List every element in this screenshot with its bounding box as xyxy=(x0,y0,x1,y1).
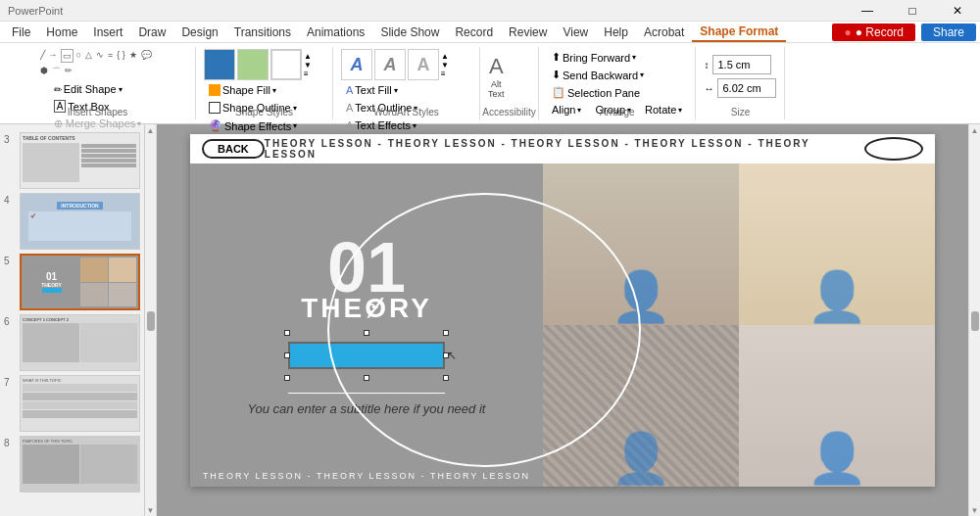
canvas-scrollbar[interactable]: ▲ ▼ xyxy=(968,124,980,516)
handle-tr[interactable] xyxy=(443,330,449,336)
selection-pane-button[interactable]: 📋 Selection Pane xyxy=(547,84,645,101)
handle-ml[interactable] xyxy=(284,352,290,358)
call-icon[interactable]: 💬 xyxy=(140,49,153,63)
maximize-button[interactable]: □ xyxy=(890,0,935,22)
slide-body: 01 THE⟳ØRY xyxy=(190,164,935,487)
handle-br[interactable] xyxy=(443,375,449,381)
ribbon: ╱ → ▭ ○ △ ∿ = { } ★ 💬 ⬢ ⌒ ✏ ✏ Edit Sha xyxy=(0,43,980,124)
shape-effects-button[interactable]: 🔮 Shape Effects ▾ xyxy=(204,117,302,134)
subtitle-text: You can enter a subtitle here if you nee… xyxy=(248,399,486,419)
bracket-icon[interactable]: { } xyxy=(116,49,126,63)
arrange-label: Arrange xyxy=(539,107,695,117)
shape-fill-button[interactable]: Shape Fill ▾ xyxy=(204,82,281,98)
record-button[interactable]: ● ● Record xyxy=(832,23,915,41)
canvas-scrollbar-thumb[interactable] xyxy=(971,311,979,331)
close-button[interactable]: ✕ xyxy=(935,0,980,22)
slide-panel: 3 TABLE OF CONTENTS xyxy=(0,124,145,516)
wordart-a3[interactable]: A xyxy=(408,49,439,80)
accessibility-label: Accessibility xyxy=(480,107,538,117)
size-group: ↕ ↔ Size xyxy=(696,47,785,119)
menu-draw[interactable]: Draw xyxy=(130,23,173,41)
insert-shapes-label: Insert Shapes xyxy=(0,107,195,117)
menu-home[interactable]: Home xyxy=(38,23,85,41)
menu-animations[interactable]: Animations xyxy=(299,23,372,41)
slide-thumb-4[interactable]: 4 INTRODUCTION 🚀 xyxy=(4,193,140,250)
menu-help[interactable]: Help xyxy=(596,23,636,41)
slide-header: BACK THEORY LESSON - THEORY LESSON - THE… xyxy=(190,134,935,164)
photo-3: 👤 xyxy=(543,325,739,487)
alt-text-button[interactable]: A Alt Text xyxy=(488,49,505,104)
wordart-a2[interactable]: A xyxy=(374,49,406,80)
menu-slideshow[interactable]: Slide Show xyxy=(372,23,447,41)
width-input[interactable] xyxy=(717,78,776,98)
tri-icon[interactable]: △ xyxy=(84,49,93,63)
curve-icon[interactable]: ∿ xyxy=(95,49,105,63)
style-swatch-1[interactable] xyxy=(204,49,235,80)
share-button[interactable]: Share xyxy=(921,23,976,41)
menu-review[interactable]: Review xyxy=(501,23,555,41)
slide-thumb-7[interactable]: 7 WHAT IS THIS TOPIC xyxy=(4,375,140,432)
cursor-indicator: ↖ xyxy=(447,349,457,362)
slide-thumb-5[interactable]: 5 01 THEORY xyxy=(4,254,140,310)
slide-right-photos: 👤 👤 👤 xyxy=(543,164,935,487)
rect-icon[interactable]: ▭ xyxy=(61,49,74,63)
height-input[interactable] xyxy=(712,55,771,74)
scrollbar-thumb[interactable] xyxy=(147,311,155,331)
menu-record[interactable]: Record xyxy=(447,23,501,41)
bottom-text: THEORY LESSON - THEORY LESSON - THEORY L… xyxy=(190,471,543,481)
selected-blue-box-container[interactable]: ↖ xyxy=(288,334,445,377)
arrow-icon[interactable]: → xyxy=(48,49,59,63)
handle-bl[interactable] xyxy=(284,375,290,381)
menu-shape-format[interactable]: Shape Format xyxy=(692,23,786,42)
slide-thumb-3[interactable]: 3 TABLE OF CONTENTS xyxy=(4,132,140,189)
freeform-icon[interactable]: ✏ xyxy=(64,65,74,79)
photo-4: 👤 xyxy=(739,325,935,487)
menu-file[interactable]: File xyxy=(4,23,38,41)
send-backward-button[interactable]: ⬇ Send Backward ▾ xyxy=(547,67,649,83)
handle-bm[interactable] xyxy=(364,375,369,381)
app-title: PowerPoint xyxy=(0,5,63,17)
menu-acrobat[interactable]: Acrobat xyxy=(636,23,692,41)
window-title-bar: PowerPoint — □ ✕ xyxy=(0,0,980,22)
back-button[interactable]: BACK xyxy=(202,139,265,159)
oval-icon[interactable]: ○ xyxy=(75,49,82,63)
eq-icon[interactable]: = xyxy=(107,49,114,63)
size-label: Size xyxy=(696,107,784,117)
canvas-scroll-down[interactable]: ▼ xyxy=(971,506,979,515)
wordart-expand[interactable]: ▲ ▼ ≡ xyxy=(441,52,449,78)
style-swatch-2[interactable] xyxy=(237,49,269,80)
bring-forward-button[interactable]: ⬆ Bring Forward ▾ xyxy=(547,49,641,66)
shape-styles-label: Shape Styles xyxy=(196,107,332,117)
canvas-scroll-up[interactable]: ▲ xyxy=(971,126,979,135)
blue-box[interactable] xyxy=(288,342,445,369)
style-expand[interactable]: ▲ ▼ ≡ xyxy=(304,52,312,78)
menu-view[interactable]: View xyxy=(555,23,596,41)
slide-panel-scrollbar[interactable]: ▲ ▼ xyxy=(145,124,157,516)
merge-shapes-button[interactable]: ⊕ Merge Shapes ▾ xyxy=(49,116,147,132)
text-fill-button[interactable]: A Text Fill ▾ xyxy=(341,82,403,98)
handle-tl[interactable] xyxy=(284,330,290,336)
line-icon[interactable]: ╱ xyxy=(39,49,46,63)
handle-tm[interactable] xyxy=(364,330,369,336)
menu-design[interactable]: Design xyxy=(173,23,225,41)
shape-styles-group: ▲ ▼ ≡ Shape Fill ▾ Shape Outline ▾ 🔮 Sha… xyxy=(196,47,333,119)
style-swatch-3[interactable] xyxy=(270,49,302,80)
menu-insert[interactable]: Insert xyxy=(85,23,130,41)
more-icon[interactable]: ⌒ xyxy=(51,65,62,79)
star-icon[interactable]: ★ xyxy=(128,49,138,63)
action-icon[interactable]: ⬢ xyxy=(39,65,49,79)
minimize-button[interactable]: — xyxy=(845,0,890,22)
slide-thumb-8[interactable]: 8 FEATURES OF THIS TOPIC xyxy=(4,436,140,493)
wordart-a1[interactable]: A xyxy=(341,49,372,80)
accessibility-group: A Alt Text Accessibility xyxy=(480,47,539,119)
text-effects-button[interactable]: A Text Effects ▾ xyxy=(341,117,421,133)
scroll-down-arrow[interactable]: ▼ xyxy=(147,506,155,515)
edit-shape-button[interactable]: ✏ Edit Shape ▾ xyxy=(49,81,147,97)
window-controls[interactable]: — □ ✕ xyxy=(845,0,980,22)
main-area: 3 TABLE OF CONTENTS xyxy=(0,124,980,516)
slide-thumb-6[interactable]: 6 CONCEPT 1 CONCEPT 2 xyxy=(4,314,140,371)
arrange-group: ⬆ Bring Forward ▾ ⬇ Send Backward ▾ 📋 Se… xyxy=(539,47,696,119)
canvas-area: BACK THEORY LESSON - THEORY LESSON - THE… xyxy=(157,124,968,516)
menu-transitions[interactable]: Transitions xyxy=(226,23,299,41)
photo-1: 👤 xyxy=(543,164,739,325)
